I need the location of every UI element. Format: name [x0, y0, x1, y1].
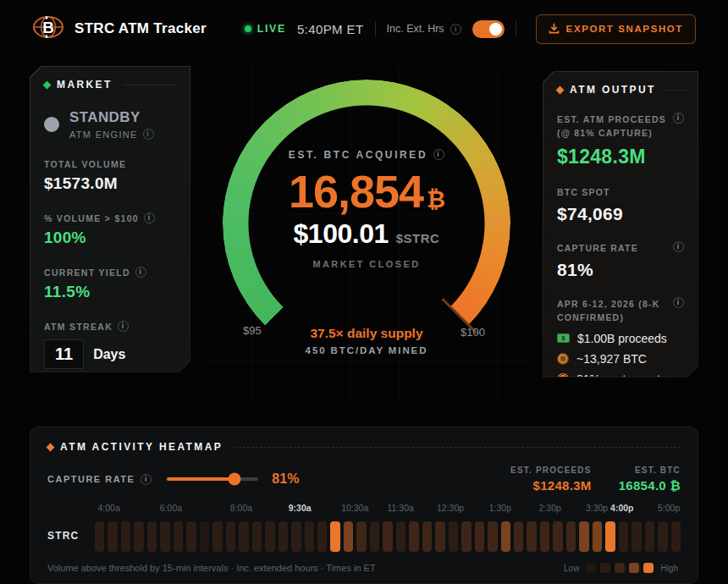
heatmap-cell[interactable] — [501, 521, 510, 552]
heatmap-cell[interactable] — [553, 521, 562, 552]
legend-swatch — [586, 563, 596, 573]
heatmap-cell[interactable] — [108, 521, 117, 552]
heatmap-cell[interactable] — [356, 521, 366, 552]
heatmap-cell[interactable] — [200, 521, 209, 552]
heatmap-cell[interactable] — [514, 521, 523, 552]
heatmap-cell[interactable] — [435, 521, 444, 552]
info-icon[interactable] — [673, 241, 684, 252]
cash-icon — [557, 333, 570, 343]
heatmap-cell[interactable] — [174, 521, 183, 552]
btc-spot-block: BTC SPOT $74,069 — [557, 185, 684, 224]
heatmap-cell[interactable] — [121, 521, 130, 552]
heatmap-cell[interactable] — [279, 521, 288, 552]
heatmap-cell[interactable] — [631, 521, 641, 552]
slider-thumb[interactable] — [229, 473, 241, 486]
legend-swatches — [586, 563, 654, 573]
est-btc-value: 16854.0 ₿ — [619, 478, 681, 493]
heatmap-cell[interactable] — [605, 521, 615, 552]
heatmap-cell[interactable] — [566, 521, 576, 552]
info-icon[interactable] — [144, 212, 155, 223]
info-icon[interactable] — [118, 321, 129, 332]
heatmap-cell[interactable] — [658, 521, 667, 552]
heatmap-cell[interactable] — [95, 521, 104, 552]
heatmap-cell[interactable] — [593, 521, 602, 552]
main-row: MARKET STANDBY ATM ENGINE TOTAL VOLUME$1… — [0, 58, 728, 405]
info-icon[interactable] — [143, 129, 154, 140]
export-snapshot-button[interactable]: EXPORT SNAPSHOT — [536, 14, 696, 44]
heatmap-cell[interactable] — [305, 521, 314, 552]
est-proceeds-value: $1248.3M — [510, 478, 592, 493]
heatmap-cell[interactable] — [409, 521, 418, 552]
info-icon[interactable] — [141, 474, 152, 485]
heatmap-cell[interactable] — [291, 521, 301, 552]
info-icon[interactable] — [433, 149, 444, 160]
heatmap-cell[interactable] — [370, 521, 379, 552]
heatmap-cell[interactable] — [252, 521, 262, 552]
info-icon[interactable] — [135, 267, 146, 278]
heatmap-controls: CAPTURE RATE 81% EST. PROCEEDS $1248.3M … — [47, 466, 681, 493]
strc-ticker: $STRC — [396, 231, 440, 245]
heatmap-cell[interactable] — [186, 521, 196, 552]
ext-hours-label: Inc. Ext. Hrs — [387, 23, 444, 35]
heatmap-cell[interactable] — [671, 521, 681, 552]
heatmap-cell[interactable] — [212, 521, 222, 552]
market-panel-header: MARKET — [44, 79, 176, 91]
heatmap-cell[interactable] — [540, 521, 549, 552]
heatmap-cell[interactable] — [160, 521, 169, 552]
time-label: 12:30p — [437, 503, 464, 513]
proceeds-block: EST. ATM PROCEEDS (@ 81% CAPTURE) $1248.… — [557, 113, 684, 168]
heatmap-cell[interactable] — [383, 521, 392, 552]
info-icon[interactable] — [673, 113, 684, 124]
heatmap-cell[interactable] — [645, 521, 654, 552]
heatmap-cell[interactable] — [344, 521, 353, 552]
dashed-rule — [668, 90, 684, 91]
streak-days-unit: Days — [93, 347, 125, 362]
export-snapshot-label: EXPORT SNAPSHOT — [566, 24, 683, 34]
slider-fill — [167, 477, 234, 481]
time-label: 8:00a — [230, 503, 252, 513]
atm-output-header: ATM OUTPUT — [557, 84, 684, 96]
strc-price-value: $100.01 — [294, 218, 389, 250]
heatmap-cell[interactable] — [226, 521, 235, 552]
heatmap-cell[interactable] — [475, 521, 484, 552]
time-label: 4:00p — [610, 503, 633, 513]
ext-hours-group: Inc. Ext. Hrs — [387, 23, 461, 35]
heatmap-title: ATM ACTIVITY HEATMAP — [60, 441, 223, 453]
legend-high-label: High — [660, 564, 678, 573]
info-icon[interactable] — [673, 297, 684, 308]
heatmap-cell[interactable] — [422, 521, 432, 552]
clock: 5:40PM ET — [297, 22, 364, 36]
heatmap-cell[interactable] — [449, 521, 458, 552]
legend-swatch — [643, 563, 654, 573]
time-label: 4:00a — [97, 503, 119, 513]
ext-hours-toggle[interactable] — [472, 20, 505, 38]
btc-acquired-value: 16,854₿ — [289, 168, 444, 216]
heatmap-cell[interactable] — [265, 521, 274, 552]
heatmap-cell[interactable] — [330, 521, 339, 552]
time-label: 2:30p — [539, 503, 561, 513]
heatmap-body: 4:00a6:00a8:00a9:30a10:30a11:30a12:30p1:… — [95, 503, 681, 552]
capture-rate-slider[interactable] — [167, 477, 258, 481]
time-label: 6:00a — [160, 503, 182, 513]
metric-value: 11.5% — [44, 283, 176, 301]
engine-label: ATM ENGINE — [69, 129, 138, 140]
heatmap-cell[interactable] — [239, 521, 248, 552]
heatmap-cell[interactable] — [396, 521, 405, 552]
heatmap-cell[interactable] — [317, 521, 327, 552]
heatmap-cell[interactable] — [134, 521, 143, 552]
heatmap-cell[interactable] — [147, 521, 157, 552]
est-proceeds: EST. PROCEEDS $1248.3M — [510, 466, 592, 493]
heatmap-footer: Volume above threshold by 15-min interva… — [47, 563, 681, 573]
heatmap-cell[interactable] — [488, 521, 497, 552]
legend-swatch — [600, 563, 610, 573]
heatmap-cell[interactable] — [579, 521, 588, 552]
supply-sub: 450 BTC/DAY MINED — [223, 345, 510, 355]
heatmap-cell[interactable] — [619, 521, 628, 552]
info-icon[interactable] — [450, 24, 461, 35]
divider — [516, 21, 516, 36]
strc-atm-tracker-app: B STRC ATM Tracker LIVE 5:40PM ET Inc. E… — [0, 0, 728, 584]
market-metrics: TOTAL VOLUME$1573.0M% VOLUME > $100100%C… — [44, 159, 176, 301]
heatmap-cell[interactable] — [527, 521, 536, 552]
orange-diamond-icon — [556, 85, 565, 94]
heatmap-cell[interactable] — [461, 521, 471, 552]
